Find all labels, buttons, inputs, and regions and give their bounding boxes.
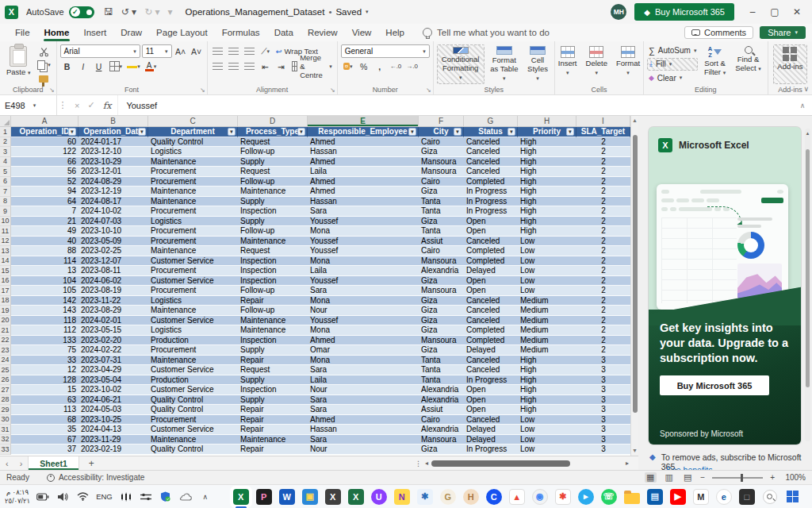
decrease-decimal-button[interactable]: →.0 — [404, 60, 419, 73]
taskbar-arts-app-icon[interactable]: ▲ — [508, 488, 526, 506]
cell[interactable]: Hassan — [308, 147, 419, 157]
taskbar-excel-alt-icon[interactable]: X — [347, 488, 365, 506]
row-number[interactable]: 21 — [0, 325, 11, 336]
accessibility-checker[interactable]: Accessibility: Investigate — [47, 473, 144, 482]
cell[interactable]: Delayed — [464, 266, 518, 276]
cell[interactable]: 3 — [576, 415, 630, 425]
cell[interactable]: Giza — [419, 187, 464, 197]
cell[interactable]: Inspection — [238, 266, 308, 276]
cell[interactable]: In Progress — [464, 197, 518, 207]
share-button[interactable]: Share ▾ — [760, 26, 806, 39]
insert-function-button[interactable]: fx — [103, 100, 112, 111]
cell[interactable]: Delayed — [464, 345, 518, 356]
cell[interactable]: Maintenance — [148, 356, 238, 366]
cell[interactable]: 2023-04-29 — [79, 365, 148, 375]
cell[interactable]: Mansoura — [419, 336, 464, 346]
speaker-icon[interactable] — [56, 491, 69, 503]
cell[interactable]: Hassan — [308, 425, 419, 435]
cell[interactable]: 113 — [11, 405, 79, 415]
cell[interactable]: Mona — [308, 325, 419, 336]
cell[interactable]: Ahmed — [308, 177, 419, 187]
cell[interactable]: Laila — [308, 266, 419, 276]
row-number[interactable]: 24 — [0, 356, 11, 366]
cell[interactable]: 2024-05-03 — [79, 405, 148, 415]
cell[interactable]: 2024-08-17 — [79, 197, 148, 207]
zoom-out-button[interactable]: − — [700, 473, 705, 482]
ribbon-collapse-chevron[interactable]: ∨ — [803, 85, 809, 93]
header-cell-process-type[interactable]: Process_Type▾ — [238, 127, 308, 137]
bold-button[interactable]: B — [60, 60, 75, 73]
zoom-slider-thumb[interactable] — [741, 474, 743, 482]
align-center-button[interactable] — [227, 60, 241, 73]
row-number[interactable]: 1 — [0, 127, 11, 137]
cell[interactable]: Procurement — [148, 237, 238, 247]
cell[interactable]: 3 — [576, 375, 630, 386]
cell[interactable]: 60 — [11, 137, 79, 148]
cell[interactable]: Supply — [238, 395, 308, 406]
taskbar-coin-app-icon[interactable]: C — [485, 488, 503, 506]
cell[interactable]: Low — [518, 256, 576, 267]
cell[interactable]: Supply — [238, 345, 308, 356]
cell[interactable]: 2 — [576, 306, 630, 316]
cell[interactable]: 2023-02-25 — [79, 246, 148, 256]
cell[interactable]: Repair — [238, 405, 308, 415]
cell[interactable]: Procurement — [148, 226, 238, 237]
taskbar-u-app-icon[interactable]: U — [370, 488, 388, 506]
fill-button[interactable]: ⤓Fill▾ — [647, 58, 698, 70]
clear-button[interactable]: ◆Clear▾ — [647, 72, 698, 84]
column-header-F[interactable]: F — [419, 116, 464, 126]
cell[interactable]: 2024-10-02 — [79, 206, 148, 217]
taskbar-media-editor-icon[interactable]: P — [255, 488, 273, 506]
cell[interactable]: 2023-10-29 — [79, 157, 148, 167]
cell[interactable]: 21 — [11, 217, 79, 227]
cell[interactable]: 128 — [11, 375, 79, 386]
cell[interactable]: Mansoura — [419, 435, 464, 445]
taskbar-globe-app-icon[interactable]: G — [439, 488, 457, 506]
cell[interactable]: 52 — [11, 177, 79, 187]
row-number[interactable]: 8 — [0, 197, 11, 207]
cell[interactable]: High — [518, 197, 576, 207]
cell[interactable]: Completed — [464, 336, 518, 346]
cell[interactable]: High — [518, 177, 576, 187]
column-header-G[interactable]: G — [464, 116, 518, 126]
cell[interactable]: Supply — [238, 217, 308, 227]
vertical-scrollbar[interactable]: ▲ ▼ — [630, 116, 638, 456]
cell[interactable]: High — [518, 226, 576, 237]
cell[interactable]: Low — [518, 266, 576, 276]
cell[interactable]: 33 — [11, 356, 79, 366]
filter-dropdown-icon[interactable]: ▾ — [454, 128, 462, 136]
cell[interactable]: 2024-04-13 — [79, 425, 148, 435]
cell[interactable]: 3 — [576, 425, 630, 435]
column-header-I[interactable]: I — [576, 116, 630, 126]
taskbar-pdf-app-icon[interactable]: X — [324, 488, 342, 506]
tab-data[interactable]: Data — [267, 24, 301, 41]
cell[interactable]: 3 — [576, 385, 630, 395]
cell[interactable]: Procurement — [148, 177, 238, 187]
decrease-font-button[interactable]: A˅ — [190, 44, 204, 58]
cell[interactable]: Tanta — [419, 375, 464, 386]
row-number[interactable]: 7 — [0, 187, 11, 197]
cell[interactable]: Procurement — [148, 286, 238, 296]
row-number[interactable]: 4 — [0, 157, 11, 167]
filter-dropdown-icon[interactable]: ▾ — [408, 128, 416, 136]
cell-styles-button[interactable]: Cell Styles ▾ — [524, 44, 551, 84]
cell[interactable]: Low — [518, 246, 576, 256]
cell[interactable]: High — [518, 385, 576, 395]
cell[interactable]: Low — [518, 286, 576, 296]
cell[interactable]: 2024-02-22 — [79, 345, 148, 356]
row-number[interactable]: 12 — [0, 237, 11, 247]
cell[interactable]: Ahmed — [308, 157, 419, 167]
column-header-E[interactable]: E — [308, 116, 419, 126]
cell[interactable]: 2 — [576, 345, 630, 356]
cell[interactable]: 2023-02-19 — [79, 444, 148, 455]
row-number[interactable]: 15 — [0, 266, 11, 276]
header-cell-status[interactable]: Status▾ — [464, 127, 518, 137]
cell[interactable]: Canceled — [464, 137, 518, 148]
cell[interactable]: High — [518, 395, 576, 406]
stock-chart-icon[interactable] — [120, 491, 132, 503]
chevron-up-icon[interactable]: ∧ — [199, 491, 212, 503]
accounting-format-button[interactable]: ¤▾ — [341, 60, 355, 73]
comments-button[interactable]: Comments — [684, 26, 753, 39]
cell[interactable]: Procurement — [148, 415, 238, 425]
formula-input[interactable]: Youssef — [118, 95, 793, 115]
